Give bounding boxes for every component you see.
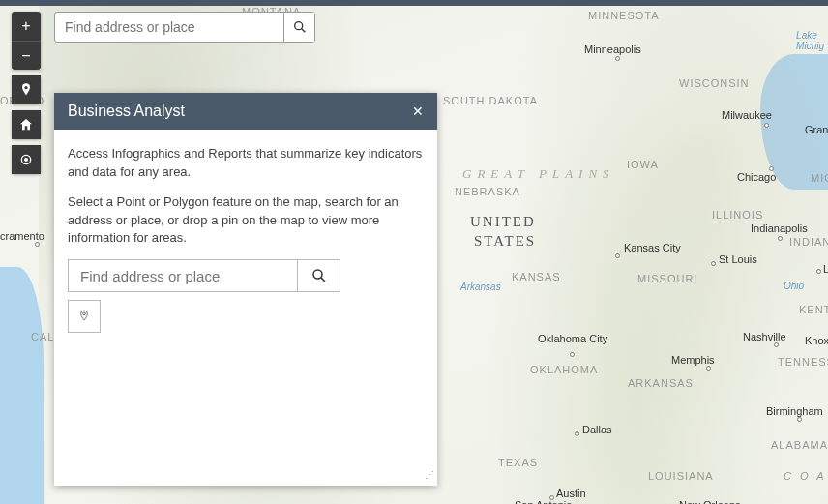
panel-search-button[interactable] [297, 260, 340, 291]
label-chicago: Chicago [737, 171, 776, 183]
drop-pin-button[interactable] [68, 300, 101, 333]
panel-description-1: Access Infographics and Reports that sum… [68, 145, 424, 182]
dot-okc [570, 352, 575, 357]
label-country-1: UNITED [470, 214, 536, 230]
label-austin: Austin [556, 488, 586, 499]
label-grand: Gran [805, 124, 828, 135]
terrain-shade-east [441, 6, 828, 504]
person-pin-icon [18, 82, 34, 98]
label-birmingham: Birmingham [766, 405, 823, 417]
dot-memphis [706, 366, 711, 371]
panel-close-button[interactable]: ✕ [412, 104, 424, 119]
label-coast: C O A S [784, 470, 828, 482]
business-analyst-button[interactable] [12, 75, 41, 104]
business-analyst-panel: Business Analyst ✕ Access Infographics a… [54, 93, 437, 486]
label-illinois: ILLINOIS [712, 209, 763, 221]
home-button[interactable] [12, 110, 41, 139]
label-lake-michigan: LakeMichig [796, 30, 824, 51]
label-south-dakota: SOUTH DAKOTA [443, 95, 538, 106]
label-mic: MIC [811, 172, 828, 184]
dot-minneapolis [615, 56, 620, 61]
label-kansas: KANSAS [512, 271, 561, 282]
zoom-in-button[interactable]: + [12, 12, 41, 41]
top-search-button[interactable] [283, 13, 314, 42]
label-milwaukee: Milwaukee [722, 109, 772, 121]
resize-icon: ⋰ [425, 469, 433, 480]
label-new-orleans: New Orleans [679, 499, 741, 504]
label-san-antonio: San Antonio [515, 499, 572, 504]
dot-sacramento [35, 242, 40, 247]
label-missouri: MISSOURI [637, 273, 697, 284]
label-okc: Oklahoma City [538, 333, 607, 344]
label-dallas: Dallas [582, 424, 612, 435]
label-louisiana: LOUISIANA [648, 470, 714, 482]
label-great-plains: GREAT PLAINS [462, 166, 615, 182]
label-alabama: ALABAMA [771, 439, 828, 451]
label-minnesota: MINNESOTA [588, 10, 660, 21]
panel-header: Business Analyst ✕ [54, 93, 437, 130]
label-nebraska: NEBRASKA [455, 186, 520, 197]
svg-point-2 [294, 22, 302, 30]
label-arkansas-river: Arkansas [460, 282, 501, 292]
close-icon: ✕ [412, 104, 424, 119]
panel-search-input[interactable] [69, 260, 297, 291]
label-indiana: INDIANA [789, 236, 828, 248]
panel-body: Access Infographics and Reports that sum… [54, 130, 437, 486]
pin-icon [76, 309, 92, 324]
locate-icon [18, 152, 34, 167]
label-nashville: Nashville [743, 331, 786, 342]
zoom-out-button[interactable]: − [12, 41, 41, 70]
label-ohio-river: Ohio [784, 281, 804, 291]
home-icon [18, 117, 34, 133]
svg-point-4 [313, 270, 322, 279]
dot-nashville [774, 342, 779, 347]
label-memphis: Memphis [671, 354, 715, 366]
label-oklahoma: OKLAHOMA [530, 364, 598, 375]
search-icon [310, 267, 328, 284]
svg-line-3 [301, 29, 305, 33]
label-knox: Knox [805, 335, 828, 346]
panel-title: Business Analyst [68, 103, 185, 120]
label-country-2: STATES [474, 233, 536, 250]
minus-icon: − [21, 47, 30, 65]
resize-handle[interactable]: ⋰ [425, 468, 433, 483]
locate-button[interactable] [12, 145, 41, 174]
dot-kansas-city [615, 253, 620, 258]
svg-point-1 [25, 159, 28, 162]
dot-milwaukee [764, 123, 769, 128]
panel-search-box [68, 259, 340, 292]
svg-line-5 [320, 278, 324, 282]
svg-point-6 [83, 312, 86, 315]
water-pacific [0, 267, 44, 504]
dot-dallas [575, 431, 579, 436]
top-search-box [54, 12, 315, 43]
map-tools: + − [12, 12, 41, 180]
dot-birmingham [797, 417, 802, 422]
label-louisville: L [823, 263, 828, 275]
search-icon [292, 19, 308, 35]
dot-st-louis [711, 261, 716, 266]
label-indianapolis: Indianapolis [751, 222, 808, 234]
label-kansas-city: Kansas City [624, 242, 681, 253]
label-minneapolis: Minneapolis [584, 44, 641, 55]
label-tennessee: TENNESS [778, 356, 828, 368]
label-st-louis: St Louis [719, 253, 757, 265]
label-texas: TEXAS [498, 457, 538, 468]
label-sacramento: cramento [0, 230, 44, 242]
panel-description-2: Select a Point or Polygon feature on the… [68, 193, 424, 249]
top-search-input[interactable] [55, 13, 283, 42]
label-wisconsin: WISCONSIN [679, 77, 750, 89]
plus-icon: + [21, 17, 30, 35]
dot-louisville [816, 269, 821, 274]
label-arkansas: ARKANSAS [628, 377, 694, 389]
label-iowa: IOWA [627, 159, 659, 170]
dot-indianapolis [778, 236, 783, 241]
label-kentucky: KENT [799, 304, 828, 315]
